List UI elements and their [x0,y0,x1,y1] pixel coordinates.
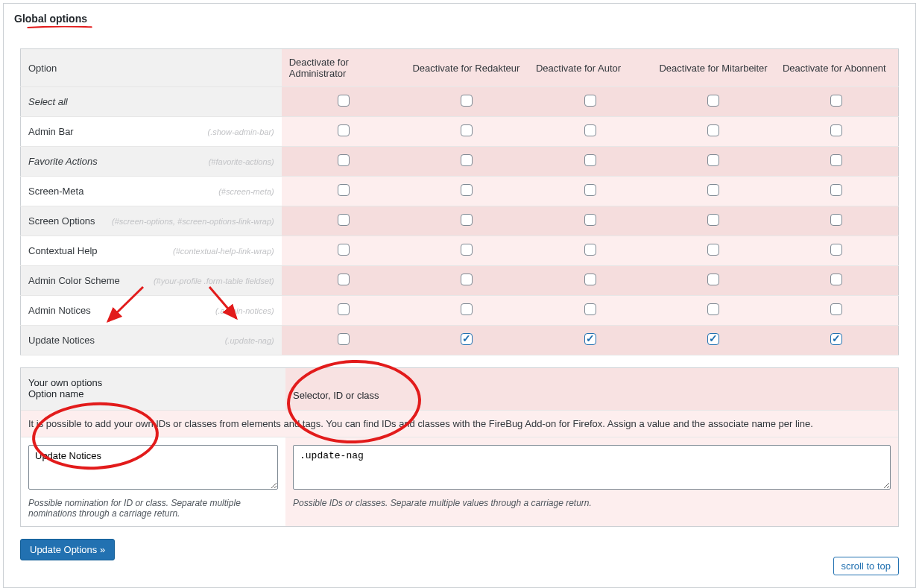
own-name-input[interactable] [28,445,278,490]
update-options-button[interactable]: Update Options » [20,539,115,560]
option-checkbox[interactable] [707,333,719,345]
option-checkbox[interactable] [707,124,719,136]
option-checkbox[interactable] [461,95,473,107]
own-selector-input[interactable] [293,445,891,490]
option-label: Contextual Help [28,245,98,256]
option-checkbox[interactable] [707,184,719,196]
option-checkbox[interactable] [338,244,350,256]
table-row: Contextual Help(#contextual-help-link-wr… [21,236,899,266]
option-checkbox[interactable] [338,184,350,196]
option-checkbox[interactable] [707,214,719,226]
option-checkbox[interactable] [707,303,719,315]
option-slug: (.show-admin-bar) [207,126,274,136]
table-row: Admin Notices(.admin-notices) [21,296,899,326]
option-checkbox[interactable] [830,214,842,226]
option-checkbox[interactable] [830,274,842,285]
option-checkbox[interactable] [584,154,596,166]
option-label: Admin Bar [28,126,74,137]
option-checkbox[interactable] [707,274,719,285]
panel-body: Option Deactivate for Administrator Deac… [4,48,915,575]
option-checkbox[interactable] [830,124,842,136]
option-checkbox[interactable] [584,274,596,285]
own-selector-hint: Possible IDs or classes. Separate multip… [293,498,891,508]
option-slug: (#screen-options, #screen-options-link-w… [112,215,274,226]
option-checkbox[interactable] [584,214,596,226]
own-name-label: Option name [28,388,278,399]
option-checkbox[interactable] [461,214,473,226]
table-row: Admin Color Scheme(#your-profile .form-t… [21,266,899,296]
option-slug: (.update-nag) [225,335,274,345]
scroll-to-top-button[interactable]: scroll to top [833,557,899,575]
option-slug: (#contextual-help-link-wrap) [173,245,274,256]
option-checkbox[interactable] [461,184,473,196]
col-header-admin: Deactivate for Administrator [282,49,405,87]
table-row: Select all [21,87,899,117]
option-checkbox[interactable] [461,124,473,136]
option-label: Screen-Meta [28,186,83,197]
option-checkbox[interactable] [584,303,596,315]
option-checkbox[interactable] [584,124,596,136]
option-checkbox[interactable] [584,184,596,196]
option-checkbox[interactable] [584,333,596,345]
option-checkbox[interactable] [338,303,350,315]
option-checkbox[interactable] [830,184,842,196]
own-options-description: It is possible to add your own IDs or cl… [21,411,898,437]
table-row: Screen-Meta(#screen-meta) [21,177,899,206]
option-checkbox[interactable] [461,274,473,285]
col-header-option: Option [21,49,282,87]
option-checkbox[interactable] [830,95,842,107]
global-options-panel: Global options Option Deactivate for Adm… [3,3,916,588]
option-checkbox[interactable] [707,95,719,107]
option-checkbox[interactable] [707,154,719,166]
option-checkbox[interactable] [338,124,350,136]
option-checkbox[interactable] [584,95,596,107]
option-label: Update Notices [28,335,95,346]
option-checkbox[interactable] [338,333,350,345]
option-checkbox[interactable] [338,274,350,285]
col-header-redakteur: Deactivate for Redakteur [405,49,528,87]
option-checkbox[interactable] [338,154,350,166]
col-header-mitarbeiter: Deactivate for Mitarbeiter [651,49,774,87]
option-checkbox[interactable] [707,244,719,256]
option-checkbox[interactable] [461,333,473,345]
option-checkbox[interactable] [461,154,473,166]
option-label: Favorite Actions [28,156,98,167]
option-slug: (.admin-notices) [215,305,274,315]
table-row: Update Notices(.update-nag) [21,326,899,355]
option-slug: (#favorite-actions) [209,156,274,166]
col-header-autor: Deactivate for Autor [528,49,651,87]
option-checkbox[interactable] [830,154,842,166]
option-checkbox[interactable] [830,244,842,256]
own-name-hint: Possible nomination for ID or class. Sep… [28,498,278,519]
option-checkbox[interactable] [584,244,596,256]
option-checkbox[interactable] [830,333,842,345]
option-label: Screen Options [28,215,95,227]
col-header-abonnent: Deactivate for Abonnent [775,49,899,87]
option-label: Admin Notices [28,305,91,316]
own-options-heading: Your own options [28,377,278,388]
options-table: Option Deactivate for Administrator Deac… [20,48,899,355]
table-row: Favorite Actions(#favorite-actions) [21,147,899,177]
option-slug: (#screen-meta) [218,186,274,196]
option-checkbox[interactable] [461,303,473,315]
table-row: Admin Bar(.show-admin-bar) [21,117,899,147]
option-checkbox[interactable] [338,95,350,107]
option-label: Admin Color Scheme [28,275,120,286]
table-row: Screen Options(#screen-options, #screen-… [21,206,899,236]
panel-title: Global options [4,4,915,32]
option-checkbox[interactable] [461,244,473,256]
own-selector-label: Selector, ID or class [293,390,891,401]
option-checkbox[interactable] [338,214,350,226]
option-label: Select all [28,96,68,107]
own-options-box: Your own options Option name Selector, I… [20,367,899,527]
option-checkbox[interactable] [830,303,842,315]
option-slug: (#your-profile .form-table fieldset) [154,275,274,285]
